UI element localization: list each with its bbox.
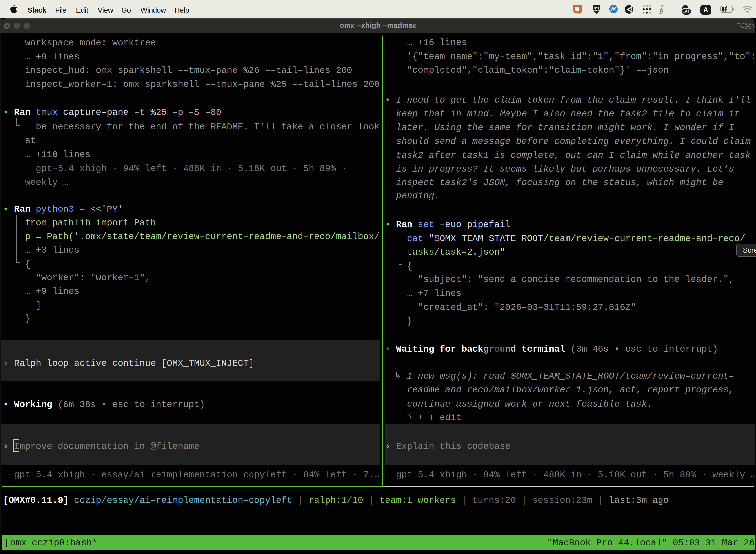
svg-text:1: 1 [752, 22, 755, 30]
svg-text:..61: ..61 [683, 9, 690, 14]
